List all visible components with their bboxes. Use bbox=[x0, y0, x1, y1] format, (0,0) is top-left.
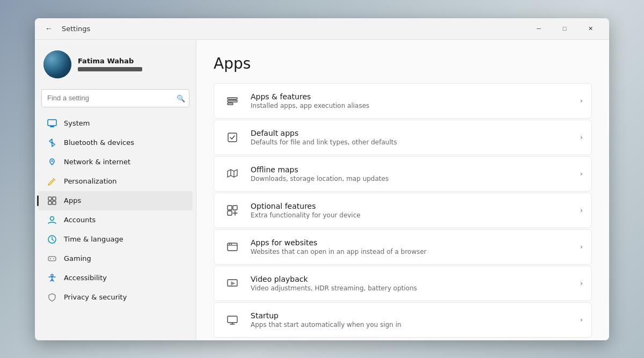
page-title: Apps bbox=[214, 55, 592, 72]
apps-features-text: Apps & featuresInstalled apps, app execu… bbox=[251, 92, 572, 109]
bluetooth-icon bbox=[47, 137, 57, 148]
default-apps-title: Default apps bbox=[251, 129, 572, 137]
video-playback-chevron-icon: › bbox=[580, 279, 583, 287]
sidebar-label-apps: Apps bbox=[64, 196, 81, 204]
time-icon bbox=[47, 234, 57, 245]
gaming-icon bbox=[47, 253, 57, 264]
sidebar-label-personalization: Personalization bbox=[64, 177, 117, 185]
optional-features-description: Extra functionality for your device bbox=[251, 211, 572, 219]
search-box: 🔍 bbox=[41, 89, 189, 107]
user-info: Fatima Wahab bbox=[78, 57, 142, 71]
sidebar-label-bluetooth: Bluetooth & devices bbox=[64, 138, 134, 147]
video-playback-icon bbox=[223, 274, 242, 293]
network-icon bbox=[47, 157, 57, 167]
svg-point-11 bbox=[51, 274, 53, 276]
user-profile: Fatima Wahab bbox=[35, 44, 196, 87]
svg-rect-4 bbox=[53, 197, 56, 200]
svg-point-2 bbox=[52, 160, 53, 162]
sidebar-item-bluetooth[interactable]: Bluetooth & devices bbox=[38, 133, 193, 152]
settings-item-apps-websites[interactable]: Apps for websitesWebsites that can open … bbox=[214, 229, 592, 265]
apps-features-title: Apps & features bbox=[251, 92, 572, 101]
svg-rect-15 bbox=[228, 133, 237, 142]
sidebar-item-time[interactable]: Time & language bbox=[38, 230, 193, 249]
offline-maps-chevron-icon: › bbox=[580, 170, 583, 178]
settings-item-optional-features[interactable]: Optional featuresExtra functionality for… bbox=[214, 193, 592, 228]
search-icon: 🔍 bbox=[177, 94, 185, 102]
nav-items: SystemBluetooth & devicesNetwork & inter… bbox=[35, 114, 196, 307]
settings-item-apps-features[interactable]: Apps & featuresInstalled apps, app execu… bbox=[214, 83, 592, 119]
svg-point-7 bbox=[50, 216, 54, 220]
sidebar-item-gaming[interactable]: Gaming bbox=[38, 249, 193, 268]
video-playback-description: Video adjustments, HDR streaming, batter… bbox=[251, 284, 572, 292]
settings-list: Apps & featuresInstalled apps, app execu… bbox=[214, 83, 592, 338]
personalization-icon bbox=[47, 176, 57, 187]
sidebar-label-system: System bbox=[64, 119, 90, 127]
accounts-icon bbox=[47, 215, 57, 225]
svg-point-20 bbox=[229, 244, 230, 245]
startup-title: Startup bbox=[251, 311, 572, 320]
apps-features-icon bbox=[223, 91, 242, 111]
svg-rect-13 bbox=[228, 100, 237, 102]
sidebar-item-network[interactable]: Network & internet bbox=[38, 152, 193, 172]
sidebar-item-privacy[interactable]: Privacy & security bbox=[38, 288, 193, 307]
svg-rect-14 bbox=[228, 103, 233, 105]
sidebar-label-time: Time & language bbox=[64, 235, 123, 243]
back-button[interactable]: ← bbox=[41, 21, 56, 36]
svg-rect-12 bbox=[228, 98, 237, 99]
startup-icon bbox=[223, 310, 242, 330]
svg-rect-5 bbox=[48, 201, 52, 204]
offline-maps-description: Downloads, storage location, map updates bbox=[251, 175, 572, 182]
apps-websites-text: Apps for websitesWebsites that can open … bbox=[251, 238, 572, 255]
sidebar-label-accessibility: Accessibility bbox=[64, 274, 107, 282]
avatar-image bbox=[43, 50, 71, 78]
svg-rect-3 bbox=[48, 197, 52, 200]
apps-websites-icon bbox=[223, 237, 242, 257]
video-playback-text: Video playbackVideo adjustments, HDR str… bbox=[251, 275, 572, 292]
maximize-button[interactable]: □ bbox=[552, 20, 577, 37]
sidebar-item-apps[interactable]: Apps bbox=[38, 191, 193, 210]
apps-features-chevron-icon: › bbox=[580, 97, 583, 105]
settings-item-video-playback[interactable]: Video playbackVideo adjustments, HDR str… bbox=[214, 266, 592, 301]
settings-item-default-apps[interactable]: Default appsDefaults for file and link t… bbox=[214, 120, 592, 155]
apps-icon bbox=[47, 195, 57, 206]
default-apps-chevron-icon: › bbox=[580, 133, 583, 141]
privacy-icon bbox=[47, 292, 57, 303]
startup-text: StartupApps that start automatically whe… bbox=[251, 311, 572, 328]
sidebar-item-accessibility[interactable]: Accessibility bbox=[38, 268, 193, 288]
svg-rect-1 bbox=[50, 126, 54, 127]
user-name: Fatima Wahab bbox=[78, 57, 142, 65]
sidebar: Fatima Wahab 🔍 SystemBluetooth & devices… bbox=[35, 40, 196, 340]
settings-item-offline-maps[interactable]: Offline mapsDownloads, storage location,… bbox=[214, 156, 592, 192]
default-apps-icon bbox=[223, 128, 242, 147]
svg-rect-18 bbox=[228, 211, 232, 215]
search-input[interactable] bbox=[41, 89, 189, 107]
window-controls: ─ □ ✕ bbox=[526, 20, 603, 37]
startup-chevron-icon: › bbox=[580, 316, 583, 324]
svg-point-21 bbox=[231, 244, 232, 245]
sidebar-item-personalization[interactable]: Personalization bbox=[38, 172, 193, 191]
optional-features-icon bbox=[223, 201, 242, 220]
svg-rect-9 bbox=[48, 257, 56, 261]
default-apps-description: Defaults for file and link types, other … bbox=[251, 138, 572, 146]
main-content: Apps Apps & featuresInstalled apps, app … bbox=[196, 40, 609, 340]
svg-point-10 bbox=[53, 258, 54, 259]
minimize-button[interactable]: ─ bbox=[526, 20, 551, 37]
title-bar: ← Settings ─ □ ✕ bbox=[35, 18, 609, 40]
apps-websites-chevron-icon: › bbox=[580, 243, 583, 251]
close-button[interactable]: ✕ bbox=[578, 20, 603, 37]
video-playback-title: Video playback bbox=[251, 275, 572, 283]
sidebar-label-network: Network & internet bbox=[64, 158, 130, 166]
avatar bbox=[43, 50, 71, 78]
settings-item-startup[interactable]: StartupApps that start automatically whe… bbox=[214, 302, 592, 338]
sidebar-label-gaming: Gaming bbox=[64, 254, 91, 262]
optional-features-text: Optional featuresExtra functionality for… bbox=[251, 202, 572, 219]
sidebar-item-accounts[interactable]: Accounts bbox=[38, 210, 193, 230]
optional-features-chevron-icon: › bbox=[580, 206, 583, 214]
apps-features-description: Installed apps, app execution aliases bbox=[251, 102, 572, 109]
sidebar-item-system[interactable]: System bbox=[38, 114, 193, 133]
settings-window: ← Settings ─ □ ✕ Fatima Wahab bbox=[35, 18, 609, 340]
apps-websites-title: Apps for websites bbox=[251, 238, 572, 247]
svg-rect-6 bbox=[53, 201, 56, 204]
sidebar-label-privacy: Privacy & security bbox=[64, 293, 127, 301]
title-bar-left: ← Settings bbox=[41, 21, 526, 36]
